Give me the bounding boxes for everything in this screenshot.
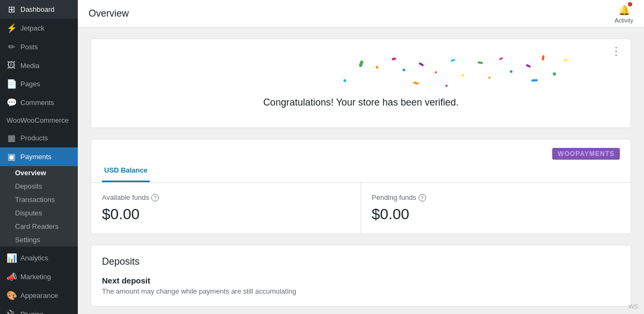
bell-icon: 🔔 [618,4,630,16]
submenu-item-deposits[interactable]: Deposits [0,180,78,193]
activity-badge [628,2,632,6]
pending-help-icon[interactable]: ? [419,194,426,201]
sidebar-item-label: Products [20,134,48,142]
sidebar-item-label: Posts [20,43,38,51]
pages-icon: 📄 [6,79,16,89]
sidebar-item-posts[interactable]: ✏ Posts [0,38,78,56]
media-icon: 🖼 [6,61,16,70]
submenu-item-disputes[interactable]: Disputes [0,206,78,220]
next-deposit-title: Next deposit [102,276,620,285]
woo-payments-card: WOOPAYMENTS USD Balance Available funds … [91,139,631,234]
sidebar-item-label: Pages [20,80,40,88]
products-icon: ▦ [6,133,16,143]
comments-icon: 💬 [6,98,16,108]
marketing-icon: 📣 [6,272,16,282]
plugins-icon: 🔌 [6,309,16,314]
balance-grid: Available funds ? $0.00 Pending funds ? … [91,183,631,234]
pending-funds-cell: Pending funds ? $0.00 [361,183,631,234]
topbar: Overview 🔔 Activity [78,0,644,28]
sidebar-item-label: Jetpack [20,24,45,32]
sidebar-item-woocommerce[interactable]: Woo WooCommerce [0,112,78,129]
pending-amount: $0.00 [372,206,620,223]
analytics-icon: 📊 [6,253,16,263]
available-label: Available funds ? [102,193,350,201]
woocommerce-icon: Woo [6,116,16,124]
main-content: ⋮ Congratulations! Your store has been [78,28,644,314]
submenu-item-transactions[interactable]: Transactions [0,193,78,206]
sidebar-item-payments[interactable]: ▣ Payments [0,147,78,166]
sidebar-item-jetpack[interactable]: ⚡ Jetpack [0,19,78,38]
woo-logo-suffix: PAYMENTS [575,150,614,158]
sidebar-item-label: Marketing [20,273,51,281]
sidebar-item-pages[interactable]: 📄 Pages [0,74,78,93]
submenu-item-overview[interactable]: Overview [0,166,78,180]
available-help-icon[interactable]: ? [151,194,159,201]
next-deposit-desc: The amount may change while payments are… [102,287,620,295]
sidebar-item-label: Payments [20,153,52,161]
woo-header: WOOPAYMENTS [91,139,631,160]
confetti-area [102,50,620,93]
jetpack-icon: ⚡ [6,23,16,33]
sidebar-item-label: Media [20,62,39,70]
sidebar-item-label: Dashboard [20,5,55,13]
sidebar-item-products[interactable]: ▦ Products [0,129,78,147]
submenu-item-settings[interactable]: Settings [0,233,78,246]
sidebar-item-analytics[interactable]: 📊 Analytics [0,249,78,267]
appearance-icon: 🎨 [6,290,16,301]
pending-label: Pending funds ? [372,193,620,201]
dashboard-icon: ⊞ [6,4,16,14]
deposits-title: Deposits [102,256,620,267]
sidebar-item-label: WooCommerce [20,116,69,124]
payments-submenu: Overview Deposits Transactions Disputes … [0,166,78,246]
sidebar-item-label: Analytics [20,254,48,262]
activity-label: Activity [614,17,633,24]
available-amount: $0.00 [102,206,350,223]
watermark: WS. [628,303,640,310]
sidebar-item-media[interactable]: 🖼 Media [0,56,78,74]
deposits-card: Deposits Next deposit The amount may cha… [91,245,631,306]
submenu-item-card-readers[interactable]: Card Readers [0,220,78,233]
verified-card: ⋮ Congratulations! Your store has been [91,39,631,128]
payments-icon: ▣ [6,152,16,162]
woo-logo-text: WOO [558,150,575,158]
sidebar-item-label: Appearance [20,291,58,300]
congrats-message: Congratulations! Your store has been ver… [102,97,620,117]
sidebar-item-plugins[interactable]: 🔌 Plugins [0,305,78,314]
sidebar-item-label: Plugins [20,310,43,314]
woo-logo: WOOPAYMENTS [552,148,620,160]
balance-tabs: USD Balance [91,160,631,183]
posts-icon: ✏ [6,42,16,52]
sidebar-item-comments[interactable]: 💬 Comments [0,93,78,112]
sidebar: ⊞ Dashboard ⚡ Jetpack ✏ Posts 🖼 Media 📄 … [0,0,78,314]
sidebar-item-appearance[interactable]: 🎨 Appearance [0,286,78,305]
sidebar-item-dashboard[interactable]: ⊞ Dashboard [0,0,78,19]
sidebar-item-label: Comments [20,99,54,107]
activity-button[interactable]: 🔔 Activity [614,4,633,24]
available-funds-cell: Available funds ? $0.00 [91,183,361,234]
page-title: Overview [89,8,129,19]
sidebar-item-marketing[interactable]: 📣 Marketing [0,267,78,286]
tab-usd-balance[interactable]: USD Balance [102,160,150,182]
